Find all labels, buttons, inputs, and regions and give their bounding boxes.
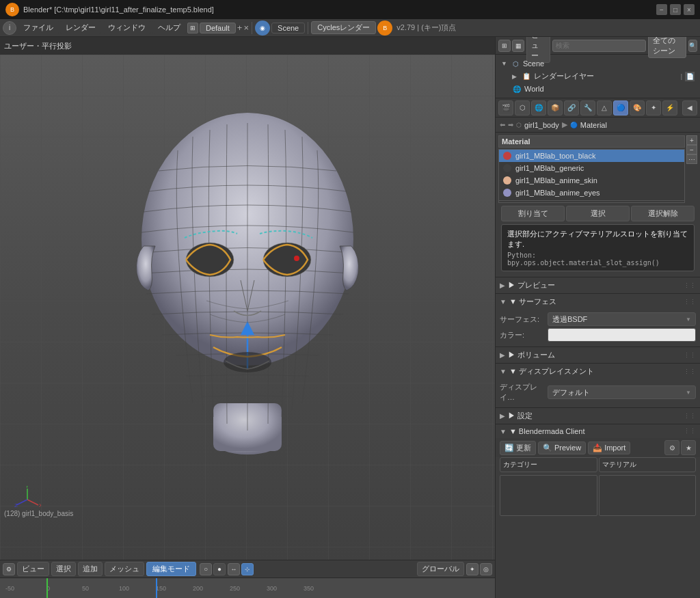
settings-section: ▶ ▶ 設定 ⋮⋮: [496, 407, 700, 424]
surface-dropdown[interactable]: 透過BSDF: [548, 312, 696, 326]
mat-item-2[interactable]: girl1_MBlab_anime_skin: [499, 174, 684, 187]
tree-item-renderlayer[interactable]: ▶ 📋 レンダーレイヤー | 📄: [496, 70, 700, 83]
menu-window[interactable]: ウィンドウ: [103, 21, 151, 34]
render-props-icon[interactable]: 🎬: [498, 100, 513, 115]
blendermada-header[interactable]: ▼ ▼ Blendermada Client ⋮⋮: [496, 424, 700, 438]
select-button[interactable]: 選択: [51, 562, 76, 576]
menu-file[interactable]: ファイル: [18, 21, 59, 34]
renderer-selector[interactable]: Cyclesレンダー: [311, 21, 376, 34]
rl-btn[interactable]: 📄: [685, 72, 695, 81]
display-dropdown[interactable]: デフォルト: [548, 385, 696, 399]
mesh-button[interactable]: メッシュ: [105, 562, 144, 576]
object-props-icon[interactable]: 📦: [548, 100, 563, 115]
panel-arrow-icon[interactable]: ◀: [682, 100, 697, 115]
material-icon[interactable]: 🔵: [613, 100, 628, 115]
surface-row: サーフェス: 透過BSDF: [500, 312, 696, 326]
scene-selector[interactable]: Scene: [271, 23, 305, 33]
axis-indicator: X Y Z: [14, 486, 41, 513]
material-list-bm[interactable]: [599, 475, 697, 516]
grid-icon[interactable]: ⊞: [187, 23, 198, 33]
color-picker[interactable]: [548, 328, 696, 342]
magnet-icon[interactable]: ✦: [466, 563, 479, 575]
disp-drag: ⋮⋮: [684, 368, 696, 375]
tree-item-world[interactable]: 🌐 World: [496, 83, 700, 95]
world-icon: 🌐: [512, 84, 522, 94]
cursor-icon[interactable]: ⊹: [241, 563, 254, 575]
tree-item-scene[interactable]: ▼ ⬡ Scene: [496, 57, 700, 70]
mat-item-1[interactable]: girl1_MBlab_generic: [499, 162, 684, 174]
workspace-remove[interactable]: ×: [243, 23, 249, 33]
svg-point-5: [294, 256, 299, 261]
surface-header[interactable]: ▼ ▼ サーフェス ⋮⋮: [496, 294, 700, 310]
search-icon[interactable]: 🔍: [688, 40, 697, 52]
mat-item-0[interactable]: girl1_MBlab_toon_black: [499, 150, 684, 162]
main-layout: ユーザー・平行投影 Meters: [0, 37, 700, 598]
3d-head: [104, 68, 391, 465]
volume-header[interactable]: ▶ ▶ ボリューム ⋮⋮: [496, 347, 700, 363]
menu-render[interactable]: レンダー: [60, 21, 101, 34]
filter-icon[interactable]: ▦: [512, 40, 524, 52]
list-remove-btn[interactable]: −: [686, 145, 697, 154]
list-options-btn[interactable]: ⋯: [686, 154, 697, 164]
data-icon[interactable]: △: [597, 100, 612, 115]
mat-dot-3: [503, 189, 511, 197]
tree-arrow-scene: ▼: [501, 60, 508, 67]
viewport-3d[interactable]: ユーザー・平行投影 Meters: [0, 37, 495, 598]
ruler-label-100: 100: [119, 585, 129, 592]
select-button-mat[interactable]: 選択: [566, 206, 630, 221]
viewport-controls-icon[interactable]: ⚙: [3, 563, 15, 575]
move-icon[interactable]: ↔: [228, 563, 240, 575]
info-button[interactable]: i: [3, 21, 16, 35]
breadcrumb-material[interactable]: Material: [580, 121, 607, 129]
bm-btn2[interactable]: ★: [681, 440, 696, 455]
material-section-header: Material: [498, 135, 685, 148]
physics-icon[interactable]: ⚡: [662, 100, 677, 115]
particles-icon[interactable]: ✦: [646, 100, 661, 115]
display-row: ディスプレイ… デフォルト: [500, 382, 696, 403]
wire-shading[interactable]: ○: [200, 563, 212, 575]
tooltip: 選択部分にアクティブマテリアルスロットを割り当てます. Python: bpy.…: [501, 224, 695, 271]
outliner-search[interactable]: [552, 40, 646, 52]
bm-btn1[interactable]: ⚙: [664, 440, 679, 455]
assign-button[interactable]: 割り当て: [501, 206, 565, 221]
breadcrumb-object[interactable]: girl1_body: [524, 121, 559, 129]
preview-bm-button[interactable]: 🔍 Preview: [538, 441, 586, 454]
global-button[interactable]: グローバル: [417, 562, 464, 576]
workspace-selector[interactable]: Default: [200, 23, 236, 33]
import-button[interactable]: 📥 Import: [588, 441, 630, 454]
workspace-add[interactable]: +: [237, 23, 243, 33]
constraints-icon[interactable]: 🔗: [564, 100, 579, 115]
settings-header[interactable]: ▶ ▶ 設定 ⋮⋮: [496, 408, 700, 424]
right-panel: ⊞ ▦ ビュー 全てのシーン 🔍 ▼ ⬡ Scene ▶ 📋 レンダーレイヤー …: [495, 37, 700, 598]
tooltip-python: Python: bpy.ops.object.material_slot_ass…: [507, 252, 688, 267]
window-title: Blender* [C:\tmp\girl11\girl11_after_fin…: [23, 5, 214, 14]
maximize-button[interactable]: □: [670, 4, 681, 15]
edit-mode-button[interactable]: 編集モード: [146, 562, 196, 576]
transform-icons: ↔ ⊹: [228, 563, 254, 575]
category-list[interactable]: [500, 475, 597, 516]
texture-icon[interactable]: 🎨: [630, 100, 645, 115]
world-props-icon[interactable]: 🌐: [531, 100, 546, 115]
menu-help[interactable]: ヘルプ: [152, 21, 186, 34]
close-button[interactable]: ×: [684, 4, 695, 15]
disp-header[interactable]: ▼ ▼ ディスプレイスメント ⋮⋮: [496, 364, 700, 379]
proportional-icon[interactable]: ◎: [480, 563, 492, 575]
deselect-button[interactable]: 選択解除: [631, 206, 695, 221]
solid-shading[interactable]: ●: [213, 563, 226, 575]
preview-arrow: ▶: [500, 282, 505, 289]
timeline-ruler[interactable]: -50 0 50 100 150 200 250 300 350: [0, 578, 495, 598]
breadcrumb-icon3: ⬡: [516, 122, 522, 128]
update-button[interactable]: 🔄 更新: [500, 441, 536, 455]
frame-marker: [156, 578, 157, 598]
panel-icon[interactable]: ⊞: [498, 40, 511, 52]
modifier-icon[interactable]: 🔧: [580, 100, 595, 115]
mat-item-3[interactable]: girl1_MBlab_anime_eyes: [499, 187, 684, 199]
scene-props-icon[interactable]: ⬡: [515, 100, 530, 115]
preview-header[interactable]: ▶ ▶ プレビュー ⋮⋮: [496, 277, 700, 293]
view-button[interactable]: ビュー: [17, 562, 49, 576]
minimize-button[interactable]: −: [656, 4, 667, 15]
list-add-btn[interactable]: +: [686, 135, 697, 145]
volume-title: ▶ ボリューム: [508, 350, 555, 360]
head-svg: [104, 68, 391, 465]
add-button[interactable]: 追加: [78, 562, 103, 576]
